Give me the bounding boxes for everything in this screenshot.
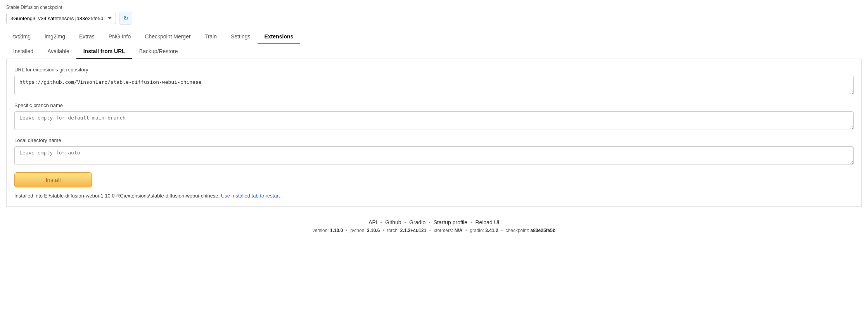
subtab-available[interactable]: Available (40, 44, 76, 59)
dir-input[interactable] (14, 146, 854, 165)
checkpoint-footer-value: a83e25fe5b (531, 228, 556, 233)
installed-tab-link[interactable]: Use Installed tab to restart (221, 193, 280, 199)
subtab-install-from-url[interactable]: Install from URL (76, 44, 132, 59)
dir-textarea-wrap (14, 146, 854, 166)
url-field-group: URL for extension's git repository https… (14, 67, 854, 96)
checkpoint-select[interactable]: 3Guofeng3_v34.safetensors [a83e25fe5b] (6, 13, 116, 24)
branch-field-group: Specific branch name (14, 102, 854, 131)
gradio-value: 3.41.2 (485, 228, 498, 233)
footer-sep-3: • (429, 220, 431, 225)
branch-textarea-wrap (14, 111, 854, 131)
tab-pnginfo[interactable]: PNG Info (102, 29, 138, 44)
dir-label: Local directory name (14, 137, 854, 143)
main-tabs: txt2img img2img Extras PNG Info Checkpoi… (0, 29, 868, 44)
branch-input[interactable] (14, 111, 854, 130)
install-from-url-panel: URL for extension's git repository https… (6, 59, 862, 207)
xformers-label: xformers: (434, 228, 453, 233)
footer-reload-link[interactable]: Reload UI (475, 219, 500, 225)
status-text-after: . (281, 193, 283, 199)
version-label: version: (313, 228, 329, 233)
subtab-backup-restore[interactable]: Backup/Restore (132, 44, 185, 59)
torch-label: torch: (387, 228, 399, 233)
torch-value: 2.1.2+cu121 (400, 228, 427, 233)
footer-gradio-link[interactable]: Gradio (409, 219, 425, 225)
version-value: 1.10.0 (330, 228, 343, 233)
checkpoint-label: Stable Diffusion checkpoint (6, 5, 132, 10)
dir-field-group: Local directory name (14, 137, 854, 166)
footer-api-link[interactable]: API (368, 219, 377, 225)
tab-txt2img[interactable]: txt2img (6, 29, 38, 44)
status-message: Installed into E:\stable-diffusion-webui… (14, 193, 854, 199)
refresh-icon: ↻ (123, 15, 128, 22)
footer-github-link[interactable]: Github (385, 219, 401, 225)
sub-tabs: Installed Available Install from URL Bac… (6, 44, 862, 59)
tab-settings[interactable]: Settings (224, 29, 258, 44)
footer-sep-2: • (405, 220, 406, 225)
footer: API • Github • Gradio • Startup profile … (0, 213, 868, 236)
gradio-label: gradio: (470, 228, 484, 233)
tab-img2img[interactable]: img2img (38, 29, 72, 44)
footer-startup-link[interactable]: Startup profile (434, 219, 467, 225)
url-input[interactable]: https://github.com/VinsonLaro/stable-dif… (14, 76, 854, 95)
footer-sep-4: • (470, 220, 472, 225)
xformers-value: N/A (455, 228, 463, 233)
tab-train[interactable]: Train (198, 29, 224, 44)
branch-label: Specific branch name (14, 102, 854, 108)
footer-links: API • Github • Gradio • Startup profile … (0, 219, 868, 225)
top-bar: Stable Diffusion checkpoint 3Guofeng3_v3… (0, 0, 868, 29)
subtab-installed[interactable]: Installed (6, 44, 40, 59)
install-button[interactable]: Install (14, 172, 92, 187)
url-label: URL for extension's git repository (14, 67, 854, 73)
tab-extras[interactable]: Extras (72, 29, 102, 44)
checkpoint-footer-label: checkpoint: (506, 228, 529, 233)
tab-extensions[interactable]: Extensions (258, 29, 301, 44)
content-area: Installed Available Install from URL Bac… (0, 44, 868, 213)
checkpoint-select-wrap: 3Guofeng3_v34.safetensors [a83e25fe5b] ↻ (6, 12, 132, 25)
python-label: python: (350, 228, 365, 233)
status-text-before: Installed into E:\stable-diffusion-webui… (14, 193, 220, 199)
refresh-button[interactable]: ↻ (119, 12, 132, 25)
footer-sep-1: • (380, 220, 382, 225)
url-textarea-wrap: https://github.com/VinsonLaro/stable-dif… (14, 76, 854, 96)
tab-checkpoint-merger[interactable]: Checkpoint Merger (138, 29, 197, 44)
python-value: 3.10.6 (367, 228, 380, 233)
footer-version-line: version: 1.10.0 • python: 3.10.6 • torch… (0, 228, 868, 233)
